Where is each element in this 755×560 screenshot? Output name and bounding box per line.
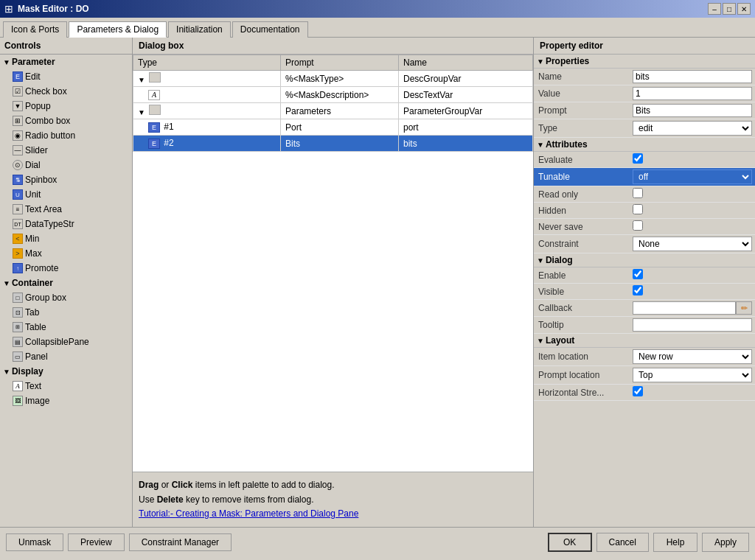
prop-itemlocation-value: New row Same row: [630, 348, 755, 365]
item-promote[interactable]: ↑ Promote: [0, 261, 132, 276]
prop-evaluate-checkbox[interactable]: [633, 153, 643, 164]
item-min[interactable]: < Min: [0, 231, 132, 246]
item-edit[interactable]: E Edit: [0, 69, 132, 84]
unit-icon: U: [12, 189, 24, 200]
item-groupbox[interactable]: □ Group box: [0, 290, 132, 305]
item-slider-label: Slider: [25, 145, 48, 155]
item-panel[interactable]: ▭ Panel: [0, 349, 132, 364]
prop-prompt-input[interactable]: [633, 104, 752, 117]
section-display[interactable]: ▼ Display: [0, 364, 132, 379]
prop-name-input[interactable]: [633, 70, 752, 83]
ok-button[interactable]: OK: [548, 533, 592, 552]
prop-promptlocation-label: Prompt location: [534, 368, 630, 382]
tab-icon-ports[interactable]: Icon & Ports: [3, 21, 67, 38]
item-collapsible[interactable]: ▤ CollapsiblePane: [0, 335, 132, 349]
callback-edit-button[interactable]: ✏: [736, 301, 752, 315]
item-textarea[interactable]: ≡ Text Area: [0, 202, 132, 217]
row-name: ParameterGroupVar: [399, 103, 533, 119]
section-dialog-header[interactable]: ▼ Dialog: [534, 253, 755, 267]
prop-visible-checkbox[interactable]: [633, 285, 643, 295]
section-parameter[interactable]: ▼ Parameter: [0, 55, 132, 69]
item-image[interactable]: 🖼 Image: [0, 393, 132, 408]
table-row-selected[interactable]: E #2 Bits bits: [133, 136, 533, 152]
item-tab[interactable]: ⊡ Tab: [0, 305, 132, 320]
prop-value-input[interactable]: [633, 87, 752, 100]
controls-scroll: ▼ Parameter E Edit ☑ Check box ▼ Popup ⊞…: [0, 55, 132, 527]
prop-type-select[interactable]: edit checkbox popup slider: [633, 121, 752, 136]
bottom-bar: Unmask Preview Constraint Manager OK Can…: [0, 527, 755, 556]
item-popup[interactable]: ▼ Popup: [0, 99, 132, 113]
col-type: Type: [133, 55, 281, 71]
item-unit[interactable]: U Unit: [0, 187, 132, 202]
item-popup-label: Popup: [25, 101, 51, 111]
prop-itemlocation-select[interactable]: New row Same row: [633, 349, 752, 364]
prop-readonly-checkbox[interactable]: [633, 188, 643, 198]
help-button[interactable]: Help: [653, 533, 697, 552]
prop-tunable-select[interactable]: off on: [633, 169, 752, 184]
section-container[interactable]: ▼ Container: [0, 276, 132, 290]
prop-readonly-row: Read only: [534, 186, 755, 203]
prop-constraint-select[interactable]: None: [633, 237, 752, 251]
item-spinbox[interactable]: ⇅ Spinbox: [0, 172, 132, 187]
table-row[interactable]: ▼ %<MaskType> DescGroupVar: [133, 71, 533, 87]
tutorial-link[interactable]: Tutorial:- Creating a Mask: Parameters a…: [139, 508, 358, 519]
table-row[interactable]: ▼ Parameters ParameterGroupVar: [133, 103, 533, 119]
row-expand-icon2: ▼: [138, 108, 145, 116]
prop-visible-label: Visible: [534, 285, 630, 298]
section-layout-header[interactable]: ▼ Layout: [534, 334, 755, 348]
prop-promptlocation-select[interactable]: Top Left Right: [633, 368, 752, 382]
prop-callback-label: Callback: [534, 301, 630, 315]
item-collapsible-label: CollapsiblePane: [25, 337, 89, 347]
unmask-button[interactable]: Unmask: [6, 533, 63, 551]
item-dial-label: Dial: [25, 160, 41, 170]
prop-tooltip-input[interactable]: [633, 318, 752, 332]
item-max[interactable]: > Max: [0, 246, 132, 261]
row-name: DescTextVar: [399, 87, 533, 103]
prop-prompt-row: Prompt: [534, 102, 755, 119]
prop-hidden-checkbox[interactable]: [633, 204, 643, 214]
prop-callback-row: Callback ✏: [534, 300, 755, 317]
maximize-button[interactable]: □: [723, 3, 736, 15]
table-row[interactable]: A %<MaskDescription> DescTextVar: [133, 87, 533, 103]
drag-word: Drag: [139, 480, 159, 490]
tab-parameters-dialog[interactable]: Parameters & Dialog: [69, 21, 167, 38]
item-text[interactable]: A Text: [0, 379, 132, 393]
center-panel: Dialog box Type Prompt Name ▼: [133, 38, 534, 527]
tab-initialization[interactable]: Initialization: [168, 21, 231, 38]
item-radio-label: Radio button: [25, 130, 75, 141]
groupbox-icon: □: [12, 292, 24, 304]
title-bar: ⊞ Mask Editor : DO – □ ✕: [0, 0, 755, 18]
prop-hstretch-checkbox[interactable]: [633, 386, 643, 396]
cancel-button[interactable]: Cancel: [596, 533, 649, 552]
section-attributes-header[interactable]: ▼ Attributes: [534, 138, 755, 152]
close-button[interactable]: ✕: [737, 3, 751, 15]
prop-hidden-label: Hidden: [534, 204, 630, 217]
apply-button[interactable]: Apply: [702, 533, 749, 552]
item-slider[interactable]: — Slider: [0, 143, 132, 158]
item-combobox[interactable]: ⊞ Combo box: [0, 113, 132, 128]
item-radio[interactable]: ◉ Radio button: [0, 128, 132, 143]
tab-documentation[interactable]: Documentation: [232, 21, 308, 38]
col-name: Name: [399, 55, 533, 71]
prop-hidden-value: [630, 203, 755, 218]
dtype-icon: DT: [12, 218, 24, 230]
table-row[interactable]: E #1 Port port: [133, 119, 533, 136]
row-prompt: Parameters: [281, 103, 399, 119]
prop-callback-input[interactable]: [633, 301, 736, 315]
prop-neversave-checkbox[interactable]: [633, 220, 643, 231]
row-number: #2: [164, 138, 173, 148]
prop-enable-checkbox[interactable]: [633, 269, 643, 279]
prop-constraint-label: Constraint: [534, 237, 630, 251]
item-text-label: Text: [25, 381, 41, 391]
preview-button[interactable]: Preview: [68, 533, 125, 551]
item-table[interactable]: ⊞ Table: [0, 320, 132, 335]
item-dtype[interactable]: DT DataTypeStr: [0, 217, 132, 231]
section-dialog-label: Dialog: [546, 255, 573, 265]
item-dial[interactable]: ⊙ Dial: [0, 158, 132, 172]
prop-itemlocation-row: Item location New row Same row: [534, 348, 755, 366]
item-checkbox[interactable]: ☑ Check box: [0, 84, 132, 99]
section-properties-header[interactable]: ▼ Properties: [534, 55, 755, 69]
minimize-button[interactable]: –: [708, 3, 721, 15]
min-icon: <: [12, 233, 24, 245]
constraint-manager-button[interactable]: Constraint Manager: [129, 533, 232, 551]
